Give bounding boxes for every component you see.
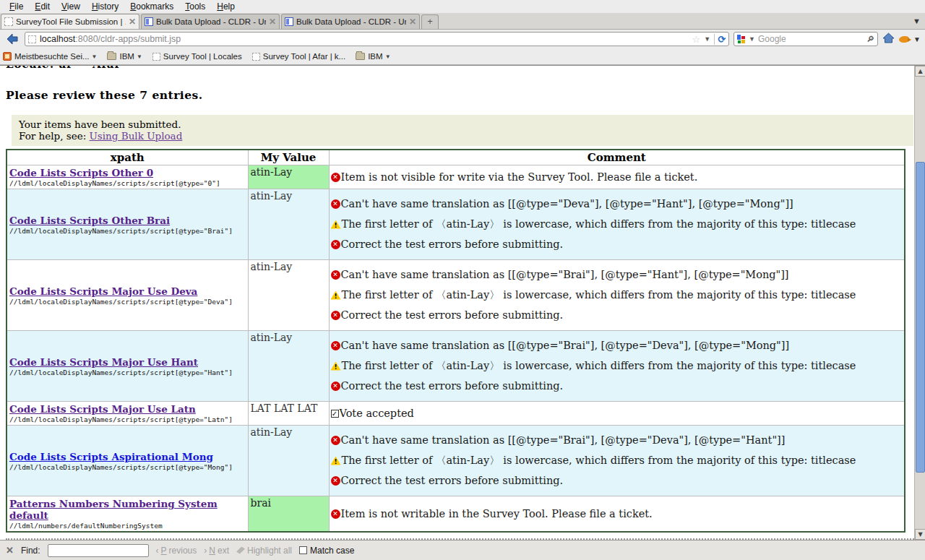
scrollbar-thumb[interactable]: [916, 162, 925, 473]
xpath-code: //ldml/numbers/defaultNumberingSystem: [9, 522, 246, 530]
bookmark-survey-tool-afar[interactable]: Survey Tool | Afar | k...: [252, 52, 345, 61]
tab-title: Bulk Data Upload - CLDR - Un...: [156, 17, 266, 26]
my-value-cell: atin-Lay: [248, 331, 329, 402]
find-previous-button[interactable]: ‹ Previous: [156, 546, 197, 556]
warning-icon: !: [331, 220, 341, 229]
scroll-down-arrow-icon[interactable]: ▼: [915, 529, 925, 540]
chevron-down-icon: ▼: [92, 53, 98, 60]
toolbar-overflow-chevron-icon[interactable]: ▼: [913, 35, 921, 43]
highlight-all-button[interactable]: Highlight all: [236, 546, 292, 556]
xpath-link[interactable]: Code Lists Scripts Other Brai: [9, 215, 170, 226]
error-icon: ✕: [331, 173, 340, 182]
comment-text: Correct the test errors before submittin…: [341, 474, 564, 488]
menu-edit[interactable]: Edit: [30, 1, 55, 12]
comment-text: Correct the test errors before submittin…: [341, 238, 564, 251]
error-icon: ✕: [331, 199, 340, 209]
back-button[interactable]: [4, 31, 20, 47]
table-row: Code Lists Scripts Major Use Deva //ldml…: [7, 260, 905, 331]
tab-bulk-upload-1[interactable]: Bulk Data Upload - CLDR - Un... ✕: [141, 14, 280, 29]
submission-notice: Your items have been submitted. For help…: [12, 115, 913, 146]
search-bar[interactable]: ▼ Google 🔎︎: [733, 32, 878, 46]
notice-line-2: For help, see: Using Bulk Upload: [19, 130, 908, 142]
comment-text: Can't have same translation as [[@type="…: [341, 197, 793, 211]
xpath-code: //ldml/localeDisplayNames/scripts/script…: [9, 298, 246, 306]
menu-view[interactable]: View: [56, 1, 85, 12]
bookmark-survey-tool-locales[interactable]: Survey Tool | Locales: [152, 52, 242, 61]
tab-surveytool-submission[interactable]: SurveyTool File Submission | ... ✕: [1, 14, 139, 29]
url-dropdown-chevron-icon[interactable]: ▼: [704, 35, 710, 43]
comment-text: Correct the test errors before submittin…: [341, 309, 564, 322]
xpath-link[interactable]: Patterns Numbers Numbering System defaul…: [9, 498, 218, 521]
xpath-code: //ldml/localeDisplayNames/scripts/script…: [9, 415, 246, 423]
comment-line: ✕Correct the test errors before submitti…: [331, 238, 903, 251]
xpath-code: //ldml/localeDisplayNames/scripts/script…: [9, 179, 246, 187]
comment-line: ✓Vote accepted: [331, 407, 903, 421]
error-icon: ✕: [331, 311, 340, 320]
home-icon: [882, 33, 895, 43]
bookmark-folder-ibm-2[interactable]: IBM ▼: [356, 52, 390, 61]
menu-file[interactable]: File: [4, 1, 28, 12]
comment-line: !The first letter of 〈atin-Lay〉 is lower…: [331, 359, 903, 373]
menu-help[interactable]: Help: [212, 1, 240, 12]
tab-bulk-upload-2[interactable]: Bulk Data Upload - CLDR - Un... ✕: [281, 14, 420, 29]
comment-line: ✕Can't have same translation as [[@type=…: [331, 339, 903, 353]
comment-text: Can't have same translation as [[@type="…: [341, 434, 786, 447]
bookmark-most-visited[interactable]: Meistbesuchte Sei... ▼: [3, 52, 97, 61]
comment-line: ✕Can't have same translation as [[@type=…: [331, 434, 903, 447]
reload-icon[interactable]: ⟳: [714, 34, 726, 45]
match-case-checkbox[interactable]: [299, 546, 307, 554]
comment-line: ✕Correct the test errors before submitti…: [331, 379, 903, 393]
review-table: xpath My Value Comment Code Lists Script…: [6, 149, 905, 533]
vertical-scrollbar[interactable]: ▲ ▼: [914, 66, 925, 540]
url-text[interactable]: localhost:8080/cldr-apps/submit.jsp: [40, 34, 689, 44]
menu-tools[interactable]: Tools: [180, 1, 210, 12]
cldr-favicon-icon: [285, 17, 293, 26]
previous-label: revious: [169, 546, 197, 556]
bookmark-star-icon[interactable]: ☆: [692, 34, 701, 45]
comment-cell: ✕Can't have same translation as [[@type=…: [329, 331, 905, 402]
back-arrow-icon: [6, 33, 19, 45]
new-tab-button[interactable]: +: [421, 14, 439, 29]
addon-icon[interactable]: [899, 36, 909, 43]
find-input[interactable]: [48, 544, 149, 557]
tab-close-icon[interactable]: ✕: [409, 17, 416, 26]
scroll-up-arrow-icon[interactable]: ▲: [915, 66, 925, 77]
tab-close-icon[interactable]: ✕: [129, 17, 136, 26]
url-bar[interactable]: localhost:8080/cldr-apps/submit.jsp ☆ ▼ …: [25, 32, 729, 46]
menu-bar: File Edit View History Bookmarks Tools H…: [0, 0, 925, 13]
folder-icon: [107, 53, 116, 60]
match-case-option[interactable]: Match case: [299, 546, 354, 556]
comment-cell: ✕Can't have same translation as [[@type=…: [329, 260, 905, 331]
table-row: Code Lists Scripts Other 0 //ldml/locale…: [7, 165, 905, 189]
using-bulk-upload-link[interactable]: Using Bulk Upload: [89, 130, 182, 142]
xpath-link[interactable]: Code Lists Scripts Major Use Hant: [9, 356, 198, 368]
table-row: Patterns Numbers Numbering System defaul…: [7, 496, 905, 533]
error-icon: ✕: [331, 341, 340, 350]
xpath-link[interactable]: Code Lists Scripts Major Use Latn: [9, 403, 196, 415]
my-value-cell: atin-Lay: [248, 189, 329, 260]
xpath-link[interactable]: Code Lists Scripts Major Use Deva: [9, 285, 197, 297]
menu-bookmarks[interactable]: Bookmarks: [125, 1, 178, 12]
xpath-code: //ldml/localeDisplayNames/scripts/script…: [9, 463, 246, 471]
notice-line-1: Your items have been submitted.: [19, 119, 908, 130]
xpath-code: //ldml/localeDisplayNames/scripts/script…: [9, 227, 246, 235]
bookmark-folder-ibm-1[interactable]: IBM ▼: [107, 52, 142, 61]
error-icon: ✕: [331, 509, 340, 519]
cldr-favicon-icon: [145, 17, 153, 26]
menu-history[interactable]: History: [87, 1, 124, 12]
comment-text: Correct the test errors before submittin…: [341, 379, 564, 393]
search-placeholder[interactable]: Google: [758, 34, 864, 44]
table-row: Code Lists Scripts Major Use Hant //ldml…: [7, 331, 905, 402]
tab-close-icon[interactable]: ✕: [269, 17, 276, 26]
search-go-icon[interactable]: 🔎︎: [866, 35, 874, 43]
xpath-link[interactable]: Code Lists Scripts Other 0: [9, 167, 153, 178]
home-button[interactable]: [882, 33, 895, 46]
comment-text: The first letter of 〈atin-Lay〉 is lowerc…: [342, 288, 856, 302]
search-engine-chevron-icon[interactable]: ▼: [749, 35, 755, 43]
xpath-link[interactable]: Code Lists Scripts Aspirational Mong: [9, 451, 213, 462]
tab-list-chevron-icon[interactable]: ▼: [913, 17, 921, 25]
find-close-icon[interactable]: ✕: [6, 545, 14, 556]
find-next-button[interactable]: › Next: [204, 546, 229, 556]
tab-title: Bulk Data Upload - CLDR - Un...: [296, 17, 406, 26]
column-header-xpath: xpath: [7, 150, 248, 165]
